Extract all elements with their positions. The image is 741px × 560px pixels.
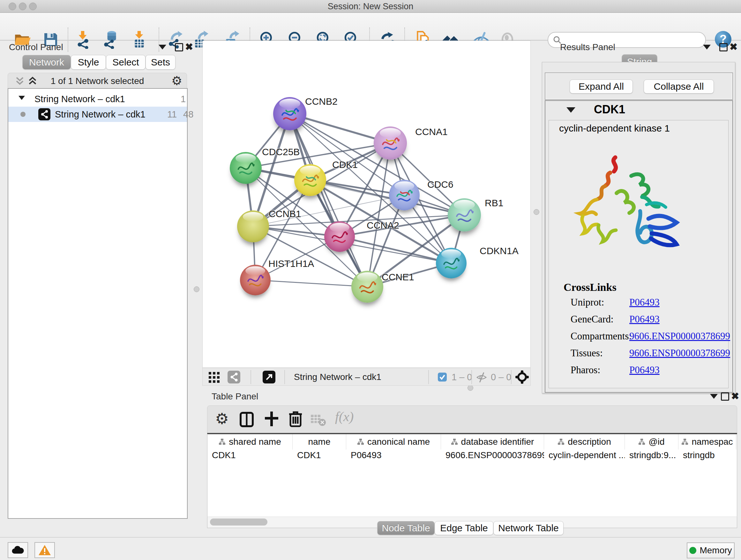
node-table[interactable]: shared namenamecanonical namedatabase id… <box>207 433 737 518</box>
edge-ccna2-cdkn1a[interactable] <box>340 237 451 263</box>
tab-edge-table[interactable]: Edge Table <box>434 521 493 535</box>
panel-float-icon[interactable] <box>719 43 728 51</box>
column-label: canonical name <box>367 437 430 447</box>
protein-thumbnail-icon <box>453 205 476 228</box>
table-cell[interactable]: 9606.ENSP00000378699 <box>441 450 544 464</box>
table-cell[interactable]: cyclin-dependent ... <box>544 450 625 464</box>
protein-thumbnail-icon <box>299 170 321 192</box>
panel-float-icon[interactable] <box>175 43 183 51</box>
scrollbar-thumb[interactable] <box>210 518 267 525</box>
tab-select[interactable]: Select <box>106 55 145 70</box>
panel-close-icon[interactable]: ✖ <box>730 42 738 52</box>
panel-menu-icon[interactable] <box>158 45 166 50</box>
right-splitter-handle[interactable] <box>534 209 539 215</box>
edge-hist1h1a-ccne1[interactable] <box>255 280 367 287</box>
protein-thumbnail-icon <box>278 104 301 127</box>
column-header-description[interactable]: description <box>544 434 625 449</box>
column-header-canonical-name[interactable]: canonical name <box>346 434 441 449</box>
panel-menu-icon[interactable] <box>710 394 718 399</box>
panel-menu-icon[interactable] <box>703 45 711 50</box>
network-canvas[interactable]: CCNB2CCNA1CDC25BCDK1CDC6RB1CCNB1CCNA2CDK… <box>202 41 531 368</box>
network-node-count: 11 <box>167 109 177 120</box>
collection-disclosure-icon[interactable] <box>18 96 25 100</box>
protein-thumbnail-icon <box>329 227 350 248</box>
network-row-selected[interactable]: String Network – cdk1 11 48 <box>8 107 187 122</box>
node-rb1[interactable] <box>448 198 481 232</box>
panel-close-icon[interactable]: ✖ <box>185 42 193 52</box>
node-hist1h1a[interactable] <box>240 265 271 295</box>
node-ccna1[interactable] <box>374 126 407 160</box>
column-type-icon <box>681 438 688 445</box>
node-cdkn1a[interactable] <box>436 248 467 278</box>
selected-checkbox-icon[interactable] <box>438 373 447 381</box>
network-options-gear-icon[interactable]: ⚙ <box>172 74 182 88</box>
node-ccne1[interactable] <box>351 271 383 303</box>
tab-network-table[interactable]: Network Table <box>493 521 563 535</box>
main-toolbar: ? <box>0 13 741 41</box>
tab-sets[interactable]: Sets <box>145 55 176 70</box>
collapse-all-button[interactable]: Collapse All <box>644 79 714 94</box>
node-cdc6[interactable] <box>389 180 420 210</box>
network-view-share-icon[interactable] <box>227 371 240 383</box>
table-cell[interactable]: P06493 <box>346 450 441 464</box>
column-header-shared-name[interactable]: shared name <box>207 434 293 449</box>
panel-float-icon[interactable] <box>721 392 729 401</box>
detach-view-icon[interactable] <box>263 371 275 383</box>
network-edges <box>203 41 531 368</box>
warnings-button[interactable] <box>35 542 55 558</box>
node-ccnb2[interactable] <box>273 97 307 130</box>
show-columns-icon[interactable] <box>239 412 255 428</box>
node-ccna2[interactable] <box>324 221 355 252</box>
warning-icon <box>38 545 51 556</box>
tab-style[interactable]: Style <box>71 55 106 70</box>
node-label-cdc25b: CDC25B <box>262 146 300 158</box>
table-cell[interactable]: CDK1 <box>207 450 293 464</box>
node-cdk1[interactable] <box>294 164 326 196</box>
node-cdc25b[interactable] <box>230 152 262 184</box>
column-label: description <box>568 437 611 447</box>
navbar-separator <box>511 370 512 384</box>
crosslink-link[interactable]: P06493 <box>629 297 660 308</box>
node-ccnb1[interactable] <box>237 210 269 242</box>
delete-column-icon[interactable] <box>288 410 303 428</box>
tab-node-table[interactable]: Node Table <box>377 521 434 535</box>
left-splitter-handle[interactable] <box>194 287 199 292</box>
results-panel: Results Panel ✖ String Expand All Collap… <box>542 41 740 386</box>
network-type-icon <box>38 108 51 120</box>
memory-button[interactable]: Memory <box>687 543 735 558</box>
table-toolbar: ⚙ f(x) <box>207 406 737 434</box>
table-panel-title: Table Panel <box>212 391 258 401</box>
navbar-separator <box>284 370 285 384</box>
crosslink-link[interactable]: P06493 <box>629 364 660 376</box>
tab-network[interactable]: Network <box>22 55 71 70</box>
column-header-name[interactable]: name <box>293 434 346 449</box>
column-header-database-identifier[interactable]: database identifier <box>441 434 544 449</box>
window-title: Session: New Session <box>0 2 741 11</box>
crosslink-label: Compartments: <box>570 330 631 342</box>
table-settings-gear-icon[interactable]: ⚙ <box>215 410 229 428</box>
table-cell[interactable]: stringdb <box>678 450 736 464</box>
table-cell[interactable]: CDK1 <box>293 450 346 464</box>
network-label: String Network – cdk1 <box>55 109 145 120</box>
expand-all-button[interactable]: Expand All <box>569 79 633 94</box>
navbar-separator <box>251 370 251 384</box>
column-header-namespac[interactable]: namespac <box>678 434 736 449</box>
column-label: @id <box>649 437 664 447</box>
delete-table-icon[interactable] <box>310 414 326 426</box>
crosslink-link[interactable]: 9606.ENSP00000378699 <box>629 348 730 359</box>
crosslink-label: Tissues: <box>570 348 603 359</box>
column-label: name <box>308 437 330 447</box>
gene-disclosure-icon[interactable] <box>566 107 576 113</box>
create-column-icon[interactable] <box>264 411 280 427</box>
table-cell[interactable]: stringdb:9... <box>625 450 678 464</box>
network-collection-row[interactable]: String Network – cdk1 1 <box>8 91 187 107</box>
panel-close-icon[interactable]: ✖ <box>731 391 739 401</box>
crosslink-link[interactable]: 9606.ENSP00000378699 <box>629 330 730 342</box>
cloud-button[interactable] <box>8 542 28 558</box>
grid-view-icon[interactable] <box>208 372 220 383</box>
column-header--id[interactable]: @id <box>625 434 678 449</box>
function-builder-icon[interactable]: f(x) <box>335 409 354 424</box>
crosslink-link[interactable]: P06493 <box>629 314 660 325</box>
expand-collapse-box: Expand All Collapse All <box>545 72 733 100</box>
birdseye-view-icon[interactable] <box>515 370 529 384</box>
